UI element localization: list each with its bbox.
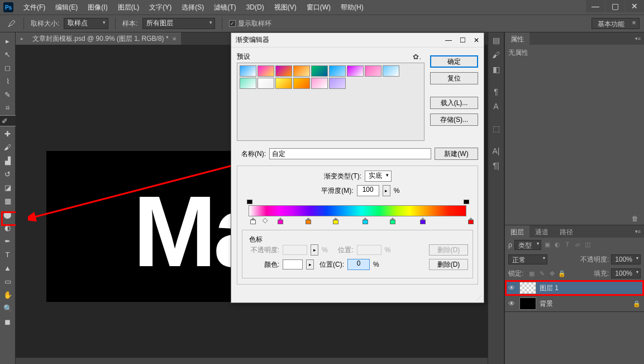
- color-stop[interactable]: [333, 218, 338, 223]
- lock-position-icon[interactable]: ✥: [548, 270, 556, 277]
- filter-shape-icon[interactable]: ▱: [574, 241, 581, 249]
- sample-size-select[interactable]: 取样点: [64, 18, 108, 29]
- document-tab[interactable]: 文章封面模板.psd @ 90.9% (图层 1, RGB/8) * ✕: [28, 32, 181, 45]
- layers-panel-menu-icon[interactable]: ▾≡: [579, 225, 644, 238]
- stop-location-input[interactable]: 0: [347, 259, 370, 270]
- gradient-preset[interactable]: [240, 65, 256, 77]
- filter-kind-select[interactable]: 类型: [514, 240, 541, 250]
- marquee-tool[interactable]: ◻: [1, 62, 15, 74]
- dialog-minimize-icon[interactable]: —: [445, 36, 452, 44]
- opacity-value[interactable]: 100%: [611, 254, 641, 264]
- lock-paint-icon[interactable]: ✎: [538, 270, 546, 277]
- move-tool[interactable]: ↖: [1, 48, 15, 60]
- menu-item[interactable]: 滤镜(T): [209, 1, 240, 15]
- stamp-tool[interactable]: ▟: [1, 154, 15, 167]
- color-stop[interactable]: [468, 218, 474, 223]
- gradient-name-input[interactable]: [269, 148, 431, 159]
- toolbox-toggle[interactable]: ▸: [1, 35, 15, 47]
- reset-button[interactable]: 复位: [430, 72, 478, 84]
- menu-item[interactable]: 选择(S): [177, 1, 208, 15]
- menu-item[interactable]: 帮助(H): [336, 1, 368, 15]
- gradient-preset[interactable]: [329, 78, 346, 89]
- color-stop[interactable]: [278, 218, 283, 223]
- quick-select-tool[interactable]: ✎: [1, 88, 15, 101]
- menu-item[interactable]: 编辑(E): [51, 1, 82, 15]
- gradient-preset[interactable]: [293, 78, 310, 89]
- channels-tab[interactable]: 通道: [529, 225, 554, 238]
- gradient-preset[interactable]: [365, 65, 381, 77]
- menu-item[interactable]: 图像(I): [83, 1, 112, 15]
- color-stop[interactable]: [390, 218, 395, 223]
- gradient-preset[interactable]: [275, 78, 292, 89]
- gradient-preset[interactable]: [347, 65, 364, 77]
- gradient-preset[interactable]: [311, 65, 328, 77]
- save-button[interactable]: 存储(S)...: [430, 114, 478, 126]
- gradient-preset[interactable]: [293, 65, 310, 77]
- close-tab-icon[interactable]: ✕: [172, 36, 176, 42]
- healing-tool[interactable]: ✚: [1, 127, 15, 140]
- tab-bar-toggle[interactable]: ▸: [16, 32, 28, 45]
- 3d-panel-icon[interactable]: ⬚: [491, 124, 501, 133]
- gradient-preset[interactable]: [383, 65, 399, 77]
- stop-color-menu[interactable]: ▸: [306, 259, 314, 270]
- trash-icon[interactable]: 🗑: [632, 215, 638, 223]
- grad-type-select[interactable]: 实底: [365, 171, 392, 182]
- dialog-maximize-icon[interactable]: ☐: [460, 36, 466, 44]
- hand-tool[interactable]: ✋: [1, 289, 15, 301]
- gradient-preset[interactable]: [311, 78, 328, 89]
- menu-item[interactable]: 视图(V): [270, 1, 301, 15]
- sample-layers-select[interactable]: 所有图层: [142, 18, 215, 29]
- paragraph-panel-icon[interactable]: ¶: [491, 87, 501, 96]
- close-button[interactable]: ✕: [625, 0, 644, 12]
- smoothness-stepper[interactable]: ▸: [383, 185, 390, 196]
- menu-item[interactable]: 文字(Y): [145, 1, 176, 15]
- ok-button[interactable]: 确定: [430, 55, 478, 68]
- swatches-panel-icon[interactable]: ◧: [491, 65, 501, 74]
- brush-panel-icon[interactable]: 🖌: [491, 50, 501, 59]
- show-sampling-ring-checkbox[interactable]: ✓ 显示取样环: [229, 19, 271, 29]
- lasso-tool[interactable]: ⌇: [1, 75, 15, 87]
- opacity-stop-right[interactable]: [463, 200, 469, 204]
- layers-tab[interactable]: 图层: [505, 225, 529, 238]
- visibility-icon[interactable]: 👁: [508, 300, 516, 308]
- new-button[interactable]: 新建(W): [435, 148, 478, 160]
- color-stop[interactable]: [420, 218, 426, 223]
- maximize-button[interactable]: ▢: [605, 0, 624, 12]
- shape-tool[interactable]: ▭: [1, 275, 15, 287]
- color-stop[interactable]: [306, 218, 311, 223]
- midpoint-diamond[interactable]: [263, 218, 268, 224]
- color-stop[interactable]: [362, 218, 368, 223]
- character-panel-icon[interactable]: A: [491, 102, 501, 111]
- menu-item[interactable]: 文件(F): [19, 1, 50, 15]
- gradient-tool[interactable]: ▦: [1, 195, 15, 207]
- para-style-panel-icon[interactable]: ¶|: [491, 161, 501, 170]
- path-select-tool[interactable]: ▲: [1, 262, 15, 274]
- menu-item[interactable]: 3D(D): [242, 1, 269, 13]
- filter-adjust-icon[interactable]: ◐: [554, 241, 561, 249]
- smoothness-input[interactable]: 100: [357, 185, 379, 196]
- brush-tool[interactable]: 🖌: [1, 141, 15, 153]
- history-panel-icon[interactable]: ▤: [491, 36, 501, 45]
- pen-tool[interactable]: ✒: [1, 235, 15, 247]
- gradient-preset[interactable]: [257, 78, 274, 89]
- history-brush-tool[interactable]: ↺: [1, 168, 15, 180]
- fill-value[interactable]: 100%: [611, 268, 641, 278]
- menu-item[interactable]: 图层(L): [113, 1, 144, 15]
- dialog-close-icon[interactable]: ✕: [474, 36, 479, 44]
- workspace-switcher[interactable]: 基本功能: [591, 18, 640, 29]
- opacity-stop-left[interactable]: [246, 200, 252, 204]
- gradient-preset[interactable]: [329, 65, 346, 77]
- stop-color-swatch[interactable]: [283, 259, 303, 270]
- menu-item[interactable]: 窗口(W): [302, 1, 335, 15]
- color-stop[interactable]: [250, 218, 256, 223]
- filter-smart-icon[interactable]: ◫: [584, 241, 591, 249]
- filter-image-icon[interactable]: ▣: [543, 241, 551, 249]
- bottom-collapse-bar[interactable]: [16, 357, 488, 364]
- minimize-button[interactable]: —: [586, 0, 605, 12]
- load-button[interactable]: 载入(L)...: [430, 97, 478, 109]
- gradient-preset[interactable]: [240, 78, 256, 89]
- foreground-background-colors[interactable]: ◼: [1, 315, 15, 328]
- gradient-preset[interactable]: [257, 65, 274, 77]
- blend-mode-select[interactable]: 正常: [508, 254, 547, 264]
- gradient-bar[interactable]: [249, 205, 466, 216]
